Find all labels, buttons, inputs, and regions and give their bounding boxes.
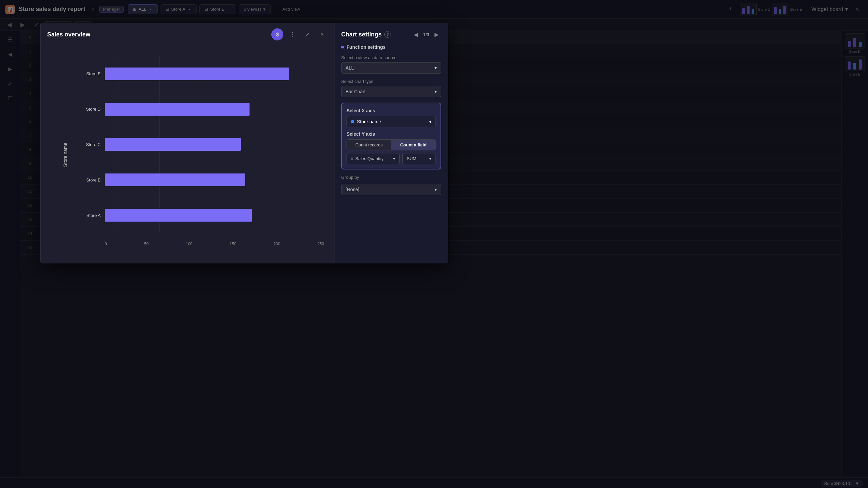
modal-more-button[interactable]: ⋮ [287,29,298,40]
bar-track-store-b [105,173,324,186]
data-source-label: Select a view as data source [341,55,441,60]
settings-panel: Chart settings ? ◀ 1/3 ▶ Function settin… [334,23,448,263]
y-axis-subsection: Select Y axis Count records Count a fiel… [346,131,436,164]
bar-fill-store-c [105,138,241,151]
bar-track-store-e [105,67,324,80]
function-settings-title: Function settings [341,44,441,50]
sum-value: SUM [407,156,416,161]
settings-header: Chart settings ? ◀ 1/3 ▶ [341,30,441,39]
x-axis-value: Store name [357,119,381,124]
hash-icon: # [351,156,353,161]
field-label: Sales Quantity [355,156,384,161]
field-select[interactable]: # Sales Quantity ▾ [346,153,400,164]
pagination: ◀ 1/3 ▶ [411,30,441,39]
modal-title: Sales overview [47,31,267,38]
bar-row-store-c: Store C [77,136,324,153]
help-button[interactable]: ? [384,31,391,38]
bar-label-store-e: Store E [77,71,101,76]
y-axis-label: Store name [63,142,68,166]
chart-type-chevron: ▾ [434,89,437,94]
data-source-select[interactable]: ALL ▾ [341,62,441,73]
chart-type-value: Bar Chart [345,89,366,94]
bar-label-store-b: Store B [77,177,101,183]
function-settings-section: Function settings [341,44,441,50]
modal-settings-button[interactable]: ⚙ [271,28,283,40]
bars-area: Store E Store D [77,56,324,233]
bar-fill-store-a [105,209,252,222]
gear-icon: ⚙ [275,31,280,38]
data-source-section: Select a view as data source ALL ▾ [341,55,441,73]
bar-label-store-d: Store D [77,107,101,111]
x-tick-250: 250 [317,242,324,246]
count-records-button[interactable]: Count records [347,140,391,150]
bar-fill-store-e [105,67,289,80]
bar-fill-store-b [105,173,245,186]
bar-row-store-a: Store A [77,206,324,224]
x-axis-title: Select X axis [346,108,436,113]
chart-type-select[interactable]: Bar Chart ▾ [341,86,441,97]
x-axis-ticks: 0 50 100 150 200 250 [105,242,324,246]
x-tick-150: 150 [230,242,237,246]
modal-header: Sales overview ⚙ ⋮ ⤢ × [40,23,334,46]
x-tick-0: 0 [105,242,107,246]
group-by-select[interactable]: [None] ▾ [341,184,441,195]
sum-select[interactable]: SUM ▾ [402,153,436,164]
field-row: # Sales Quantity ▾ SUM ▾ [346,153,436,164]
group-by-chevron: ▾ [434,187,437,192]
bar-label-store-c: Store C [77,142,101,147]
sales-overview-modal: Sales overview ⚙ ⋮ ⤢ × Store name [40,23,448,263]
chart-container: Store name [51,56,324,253]
settings-title: Chart settings ? [341,31,391,38]
chart-content: Store name [40,46,334,263]
next-page-button[interactable]: ▶ [432,30,441,39]
prev-page-button[interactable]: ◀ [411,30,421,39]
group-by-section: Group by [None] ▾ [341,175,441,195]
bar-track-store-d [105,103,324,116]
modal-close-button[interactable]: × [317,29,328,40]
page-info: 1/3 [423,32,429,37]
bar-row-store-b: Store B [77,171,324,189]
bar-row-store-d: Store D [77,101,324,118]
data-source-chevron: ▾ [434,65,437,70]
bar-fill-store-d [105,103,250,116]
settings-title-text: Chart settings [341,31,382,38]
chart-type-label: Select chart type [341,79,441,84]
group-by-label: Group by [341,175,441,180]
x-axis-subsection: Select X axis Store name ▾ [346,108,436,127]
x-tick-50: 50 [144,242,149,246]
modal-overlay: Sales overview ⚙ ⋮ ⤢ × Store name [0,0,868,488]
chart-panel: Sales overview ⚙ ⋮ ⤢ × Store name [40,23,334,263]
x-axis-select[interactable]: Store name ▾ [346,116,436,127]
function-settings-label: Function settings [346,44,386,50]
x-tick-100: 100 [186,242,192,246]
count-field-button[interactable]: Count a field [391,140,436,150]
chart-type-section: Select chart type Bar Chart ▾ [341,79,441,97]
modal-expand-button[interactable]: ⤢ [302,29,313,40]
axis-section: Select X axis Store name ▾ Select Y axis… [341,103,441,169]
x-tick-200: 200 [274,242,280,246]
bar-row-store-e: Store E [77,65,324,83]
bar-track-store-a [105,209,324,222]
group-by-value: [None] [345,187,359,192]
x-axis-chevron: ▾ [429,119,432,124]
y-axis-type-buttons: Count records Count a field [346,139,436,151]
bar-label-store-a: Store A [77,213,101,218]
y-axis-title: Select Y axis [346,131,436,137]
bar-track-store-c [105,138,324,151]
sum-chevron: ▾ [429,156,432,161]
field-chevron: ▾ [393,156,395,161]
data-source-value: ALL [345,65,354,70]
